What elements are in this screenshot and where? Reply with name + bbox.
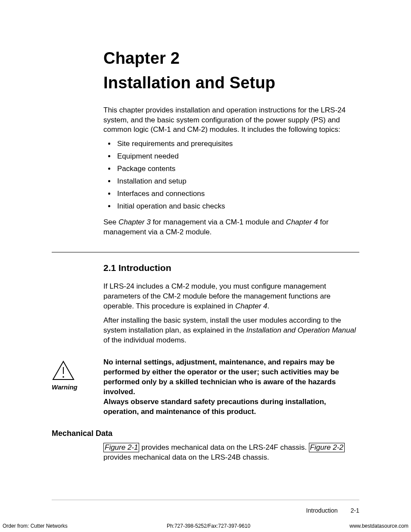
text: of the individual modems. [103,336,187,344]
subsection-heading: Mechanical Data [52,428,359,439]
text: . [268,302,270,310]
body-column: This chapter provides installation and o… [103,106,358,237]
list-item: Package contents [115,164,358,174]
list-item: Interfaces and connections [115,189,358,199]
warning-triangle-icon [52,360,75,381]
list-item: Site requirements and prerequisites [115,139,358,149]
svg-point-2 [62,376,64,378]
text: provides mechanical data on the LRS-24F … [139,443,308,451]
print-footer: Order from: Cutter Networks Ph:727-398-5… [3,523,408,529]
text: provides mechanical data on the LRS-24B … [103,453,269,461]
footer-section: Introduction [306,507,338,515]
text: Always observe standard safety precautio… [103,398,326,416]
print-right: www.bestdatasource.com [349,523,408,529]
chapter-ref: Chapter 4 [286,218,318,226]
chapter-label: Chapter 2 [103,47,359,69]
print-left: Order from: Cutter Networks [3,523,68,529]
body-column: If LRS-24 includes a CM-2 module, you mu… [103,282,358,345]
text: for management via a CM-1 module and [151,218,286,226]
footer-rule [52,500,359,500]
text: If LRS-24 includes a CM-2 module, you mu… [103,282,330,310]
warning-icon-column: Warning [52,358,103,392]
chapter-ref: Chapter 4 [235,302,268,310]
paragraph: If LRS-24 includes a CM-2 module, you mu… [103,282,358,311]
page: Chapter 2 Installation and Setup This ch… [0,0,411,532]
chapter-title: Installation and Setup [103,72,359,94]
list-item: Equipment needed [115,152,358,162]
page-footer: Introduction 2-1 [306,507,359,515]
footer-page-number: 2-1 [351,507,359,515]
intro-paragraph: This chapter provides installation and o… [103,106,358,135]
warning-text: No internal settings, adjustment, mainte… [103,358,359,417]
paragraph: Figure 2-1 provides mechanical data on t… [103,443,358,463]
figure-link[interactable]: Figure 2-2 [309,443,345,452]
print-center: Ph:727-398-5252/Fax:727-397-9610 [167,523,250,529]
figure-link[interactable]: Figure 2-1 [103,443,139,452]
body-column: Figure 2-1 provides mechanical data on t… [103,443,358,463]
list-item: Installation and setup [115,177,358,187]
warning-block: Warning No internal settings, adjustment… [52,358,359,417]
section-heading: 2.1 Introduction [103,262,359,274]
text: See [103,218,118,226]
chapter-ref: Chapter 3 [118,218,151,226]
section-rule [52,252,359,252]
paragraph: After installing the basic system, insta… [103,316,358,345]
warning-label: Warning [52,383,103,392]
topics-list: Site requirements and prerequisites Equi… [103,139,358,212]
text: No internal settings, adjustment, mainte… [103,358,339,396]
see-paragraph: See Chapter 3 for management via a CM-1 … [103,218,358,237]
list-item: Initial operation and basic checks [115,202,358,212]
manual-ref: Installation and Operation Manual [246,326,356,334]
